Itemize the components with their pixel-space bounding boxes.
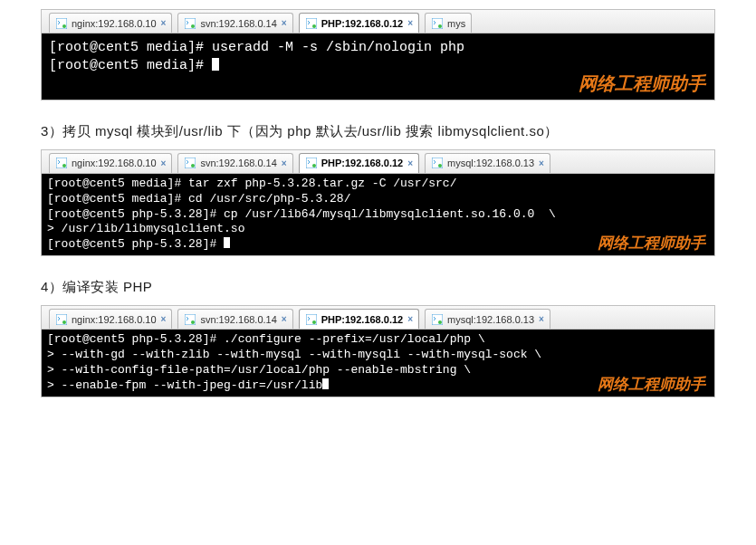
close-icon[interactable]: × xyxy=(161,18,167,28)
terminal-line: [root@cent5 php-5.3.28]# cp /usr/lib64/m… xyxy=(47,207,556,221)
tab-php[interactable]: PHP:192.168.0.12 × xyxy=(299,309,419,329)
terminal-icon xyxy=(55,313,68,326)
terminal-window-2: nginx:192.168.0.10 × svn:192.168.0.14 × … xyxy=(41,149,715,256)
tab-label: nginx:192.168.0.10 xyxy=(72,314,157,325)
svg-point-9 xyxy=(62,164,66,167)
tab-label: mys xyxy=(447,18,465,29)
terminal-window-1: nginx:192.168.0.10 × svn:192.168.0.14 × … xyxy=(41,9,715,100)
tab-mysql[interactable]: mysql:192.168.0.13 × xyxy=(425,309,550,329)
close-icon[interactable]: × xyxy=(539,314,544,324)
cursor-icon xyxy=(322,378,329,389)
svg-point-5 xyxy=(312,24,316,28)
tab-svn[interactable]: svn:192.168.0.14 × xyxy=(177,13,292,33)
terminal-icon xyxy=(184,17,196,30)
svg-point-11 xyxy=(191,164,195,167)
terminal-icon xyxy=(305,313,318,326)
tab-label: PHP:192.168.0.12 xyxy=(321,158,404,168)
tab-label: mysql:192.168.0.13 xyxy=(447,314,534,325)
terminal-line: > --enable-fpm --with-jpeg-dir=/usr/lib xyxy=(47,378,322,392)
terminal-line: [root@cent5 media]# xyxy=(49,58,212,73)
section-useradd: nginx:192.168.0.10 × svn:192.168.0.14 × … xyxy=(41,9,715,100)
svg-point-15 xyxy=(438,164,442,167)
tab-nginx[interactable]: nginx:192.168.0.10 × xyxy=(49,13,172,33)
terminal-icon xyxy=(305,17,318,30)
watermark-text: 网络工程师助手 xyxy=(579,72,705,96)
close-icon[interactable]: × xyxy=(161,158,167,168)
close-icon[interactable]: × xyxy=(407,314,413,324)
svg-point-17 xyxy=(62,320,66,324)
close-icon[interactable]: × xyxy=(407,18,413,28)
tab-php[interactable]: PHP:192.168.0.12 × xyxy=(299,153,419,173)
tab-mysql[interactable]: mysql:192.168.0.13 × xyxy=(425,153,550,173)
terminal-window-3: nginx:192.168.0.10 × svn:192.168.0.14 × … xyxy=(41,305,715,397)
tab-mysql-truncated[interactable]: mys xyxy=(425,13,472,33)
svg-point-3 xyxy=(191,24,195,28)
section-copy-mysql: 3）拷贝 mysql 模块到/usr/lib 下（因为 php 默认去/usr/… xyxy=(41,123,715,256)
section-title: 3）拷贝 mysql 模块到/usr/lib 下（因为 php 默认去/usr/… xyxy=(41,123,715,140)
tab-label: PHP:192.168.0.12 xyxy=(321,314,404,325)
terminal-icon xyxy=(55,157,68,169)
tab-label: mysql:192.168.0.13 xyxy=(447,158,534,168)
watermark-text: 网络工程师助手 xyxy=(598,234,705,253)
close-icon[interactable]: × xyxy=(282,18,287,28)
tab-svn[interactable]: svn:192.168.0.14 × xyxy=(177,153,292,173)
terminal-icon xyxy=(431,313,444,326)
svg-point-1 xyxy=(62,24,66,28)
terminal-icon xyxy=(55,17,68,30)
terminal-line: [root@cent5 media]# cd /usr/src/php-5.3.… xyxy=(47,192,350,206)
terminal-line: [root@cent5 media]# useradd -M -s /sbin/… xyxy=(49,40,464,55)
svg-point-13 xyxy=(312,164,316,167)
tab-label: svn:192.168.0.14 xyxy=(200,18,276,29)
tab-svn[interactable]: svn:192.168.0.14 × xyxy=(177,309,292,329)
terminal-line: > /usr/lib/libmysqlclient.so xyxy=(47,222,244,235)
terminal-icon xyxy=(184,157,196,169)
section-compile-php: 4）编译安装 PHP nginx:192.168.0.10 × svn:192.… xyxy=(41,279,715,397)
svg-point-19 xyxy=(191,320,195,324)
terminal-icon xyxy=(305,157,318,169)
terminal-icon xyxy=(431,17,444,30)
tab-php[interactable]: PHP:192.168.0.12 × xyxy=(299,13,419,33)
terminal-output[interactable]: [root@cent5 php-5.3.28]# ./configure --p… xyxy=(42,330,714,397)
tab-label: PHP:192.168.0.12 xyxy=(321,18,404,29)
terminal-output[interactable]: [root@cent5 media]# tar zxf php-5.3.28.t… xyxy=(42,174,714,255)
tab-bar: nginx:192.168.0.10 × svn:192.168.0.14 × … xyxy=(42,306,714,330)
tab-nginx[interactable]: nginx:192.168.0.10 × xyxy=(49,309,172,329)
svg-point-7 xyxy=(438,24,442,28)
tab-label: nginx:192.168.0.10 xyxy=(72,158,157,168)
tab-label: svn:192.168.0.14 xyxy=(200,158,276,168)
close-icon[interactable]: × xyxy=(282,158,287,168)
terminal-line: [root@cent5 php-5.3.28]# ./configure --p… xyxy=(47,332,485,346)
tab-bar: nginx:192.168.0.10 × svn:192.168.0.14 × … xyxy=(42,10,714,33)
close-icon[interactable]: × xyxy=(161,314,167,324)
terminal-line: > --with-config-file-path=/usr/local/php… xyxy=(47,363,471,377)
terminal-icon xyxy=(431,157,444,169)
close-icon[interactable]: × xyxy=(539,158,544,168)
terminal-line: > --with-gd --with-zlib --with-mysql --w… xyxy=(47,348,541,361)
terminal-icon xyxy=(184,313,196,326)
tab-nginx[interactable]: nginx:192.168.0.10 × xyxy=(49,153,172,173)
watermark-text: 网络工程师助手 xyxy=(598,375,705,395)
terminal-line: [root@cent5 php-5.3.28]# xyxy=(47,237,224,251)
cursor-icon xyxy=(212,58,219,71)
tab-label: nginx:192.168.0.10 xyxy=(72,18,157,29)
svg-point-23 xyxy=(438,320,442,324)
close-icon[interactable]: × xyxy=(282,314,287,324)
terminal-line: [root@cent5 media]# tar zxf php-5.3.28.t… xyxy=(47,177,456,190)
close-icon[interactable]: × xyxy=(407,158,413,168)
tab-bar: nginx:192.168.0.10 × svn:192.168.0.14 × … xyxy=(42,150,714,174)
terminal-output[interactable]: [root@cent5 media]# useradd -M -s /sbin/… xyxy=(42,33,714,100)
section-title: 4）编译安装 PHP xyxy=(41,279,715,296)
tab-label: svn:192.168.0.14 xyxy=(200,314,276,325)
cursor-icon xyxy=(224,237,230,248)
svg-point-21 xyxy=(312,320,316,324)
